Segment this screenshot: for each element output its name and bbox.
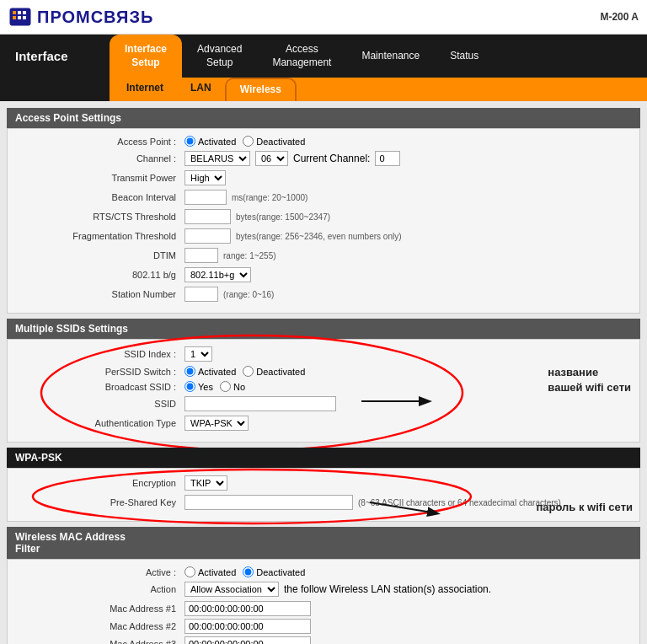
b80211-value: 802.11b+g	[184, 267, 631, 282]
mac-filter-body: Active : Activated Deactivated	[7, 559, 640, 644]
svg-rect-6	[23, 16, 26, 19]
nav-tab-maintenance[interactable]: Maintenance	[346, 41, 435, 72]
ap-deactivated-label: Deactivated	[256, 137, 305, 147]
enc-select[interactable]: TKIP	[184, 475, 227, 491]
broadcast-no-radio[interactable]: No	[220, 381, 245, 392]
mac-addresses-container: Mac Address #1Mac Address #2Mac Address …	[16, 601, 631, 644]
auth-value: WPA-PSK	[184, 416, 631, 431]
mac-activated-radio[interactable]: Activated	[184, 566, 236, 577]
rts-value: 2347 bytes(range: 1500~2347)	[184, 209, 631, 224]
rts-hint: bytes(range: 1500~2347)	[236, 212, 330, 222]
psk-input[interactable]	[184, 495, 353, 510]
ap-row: Access Point : Activated Deactivated	[16, 136, 631, 147]
ssid-input[interactable]	[184, 396, 336, 411]
sub-tab-internet[interactable]: Internet	[113, 78, 177, 101]
svg-rect-4	[18, 16, 21, 19]
dtim-input[interactable]: 1	[184, 248, 218, 263]
frag-input[interactable]: 2346	[184, 228, 231, 244]
beacon-input[interactable]: 100	[184, 190, 227, 205]
nav-tabs: Interface Setup Advanced Setup Access Ma…	[110, 35, 647, 78]
nav-tab-interface-setup[interactable]: Interface Setup	[110, 35, 182, 78]
ssid-index-row: SSID Index : 1	[16, 346, 631, 362]
broadcast-row: Broadcast SSID : Yes No	[16, 381, 631, 392]
ap-activated-radio[interactable]: Activated	[184, 136, 236, 147]
auth-select[interactable]: WPA-PSK	[184, 416, 249, 431]
model-label: M-200 A	[600, 11, 639, 23]
mac-address-label-1: Mac Address #1	[16, 604, 184, 614]
broadcast-label: Broadcast SSID :	[16, 382, 184, 392]
frag-label: Fragmentation Threshold	[16, 231, 184, 241]
ap-activated-input[interactable]	[184, 136, 195, 147]
mac-address-input-1[interactable]	[184, 601, 311, 616]
broadcast-radio-group: Yes No	[184, 381, 245, 392]
station-input[interactable]: 16	[184, 287, 218, 302]
mac-active-row: Active : Activated Deactivated	[16, 566, 631, 577]
tx-power-row: Transmit Power High	[16, 170, 631, 185]
multiple-ssids-body: SSID Index : 1 PerSSID Switch :	[7, 339, 640, 443]
station-row: Station Number 16 (range: 0~16)	[16, 287, 631, 302]
broadcast-yes-input[interactable]	[184, 381, 195, 392]
ap-label: Access Point :	[16, 137, 184, 147]
ssid-row: SSID	[16, 396, 631, 411]
tx-power-value: High	[184, 170, 631, 185]
wpa-psk-header: WPA-PSK	[7, 448, 640, 468]
dtim-row: DTIM 1 range: 1~255)	[16, 248, 631, 263]
mac-address-input-2[interactable]	[184, 619, 311, 634]
current-channel-input[interactable]	[375, 151, 400, 166]
nav-tab-access-management[interactable]: Access Management	[257, 35, 346, 78]
logo-area: ПРОМСВЯЗЬ	[8, 5, 153, 29]
broadcast-yes-radio[interactable]: Yes	[184, 381, 213, 392]
broadcast-no-input[interactable]	[220, 381, 231, 392]
sub-nav: Internet LAN Wireless	[110, 78, 647, 101]
perssid-radio-group: Activated Deactivated	[184, 366, 305, 377]
perssid-activated-label: Activated	[198, 367, 236, 377]
enc-value: TKIP	[184, 475, 631, 491]
b80211-row: 802.11 b/g 802.11b+g	[16, 267, 631, 282]
nav-tab-status[interactable]: Status	[435, 41, 494, 72]
channel-num-select[interactable]: 06	[255, 151, 288, 166]
ssid-index-value: 1	[184, 346, 631, 362]
b80211-select[interactable]: 802.11b+g	[184, 267, 251, 282]
mac-action-select[interactable]: Allow Association	[184, 582, 279, 597]
mac-address-row-3: Mac Address #3	[16, 636, 631, 644]
logo-text: ПРОМСВЯЗЬ	[37, 8, 153, 27]
nav-bar: Interface Interface Setup Advanced Setup…	[0, 35, 647, 78]
auth-label: Authentication Type	[16, 418, 184, 428]
ssid-annotation-text: название вашей wifi сети	[548, 365, 631, 395]
perssid-label: PerSSID Switch :	[16, 367, 184, 377]
rts-input[interactable]: 2347	[184, 209, 231, 224]
ssid-index-select[interactable]: 1	[184, 346, 212, 362]
ap-deactivated-input[interactable]	[243, 136, 254, 147]
perssid-deactivated-radio[interactable]: Deactivated	[243, 366, 305, 377]
beacon-value: 100 ms(range: 20~1000)	[184, 190, 631, 205]
beacon-label: Beacon Interval	[16, 192, 184, 202]
enc-label: Encryption	[16, 478, 184, 488]
tx-power-select[interactable]: High	[184, 170, 226, 185]
mac-activated-input[interactable]	[184, 566, 195, 577]
mac-action-label: Action	[16, 584, 184, 594]
top-header: ПРОМСВЯЗЬ M-200 A	[0, 0, 647, 35]
channel-label: Channel :	[16, 153, 184, 164]
mac-address-input-3[interactable]	[184, 636, 311, 644]
mac-deactivated-radio[interactable]: Deactivated	[243, 566, 305, 577]
mac-address-row-1: Mac Address #1	[16, 601, 631, 616]
sub-tab-wireless[interactable]: Wireless	[225, 78, 297, 101]
mac-active-label: Active :	[16, 567, 184, 577]
perssid-deactivated-input[interactable]	[243, 366, 254, 377]
frag-hint: bytes(range: 256~2346, even numbers only…	[236, 232, 402, 241]
wpa-psk-body: Encryption TKIP Pre-Shared Key (8~63 ASC…	[7, 468, 640, 522]
beacon-row: Beacon Interval 100 ms(range: 20~1000)	[16, 190, 631, 205]
perssid-activated-radio[interactable]: Activated	[184, 366, 236, 377]
channel-country-select[interactable]: BELARUS	[184, 151, 250, 166]
mac-deactivated-input[interactable]	[243, 566, 254, 577]
broadcast-yes-label: Yes	[198, 382, 213, 392]
frag-value: 2346 bytes(range: 256~2346, even numbers…	[184, 228, 631, 244]
rts-row: RTS/CTS Threshold 2347 bytes(range: 1500…	[16, 209, 631, 224]
mac-active-radio-group: Activated Deactivated	[184, 566, 305, 577]
nav-tab-advanced-setup[interactable]: Advanced Setup	[182, 35, 257, 78]
svg-rect-5	[23, 11, 26, 14]
perssid-activated-input[interactable]	[184, 366, 195, 377]
multiple-ssids-header: Multiple SSIDs Settings	[7, 319, 640, 339]
sub-tab-lan[interactable]: LAN	[177, 78, 225, 101]
ap-deactivated-radio[interactable]: Deactivated	[243, 136, 305, 147]
